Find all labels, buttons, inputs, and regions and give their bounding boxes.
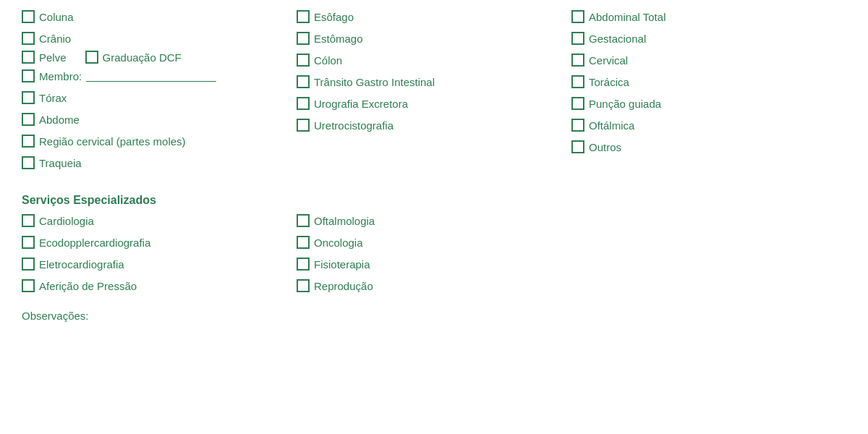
label-cervical: Cervical bbox=[589, 54, 628, 67]
list-item: Cervical bbox=[571, 51, 846, 69]
checkbox-membro[interactable] bbox=[22, 69, 35, 82]
list-item: Aferição de Pressão bbox=[22, 276, 297, 295]
label-ecocardiografia: Ecodopplercardiografia bbox=[39, 237, 150, 249]
label-cranio: Crânio bbox=[39, 33, 71, 45]
label-pelve: Pelve bbox=[39, 51, 67, 64]
list-item: Oftalmologia bbox=[297, 211, 571, 230]
checkbox-abdome[interactable] bbox=[22, 113, 35, 126]
list-item: Eletrocardiografia bbox=[22, 255, 297, 273]
list-item: Abdominal Total bbox=[571, 7, 846, 26]
list-item: Outros bbox=[571, 137, 846, 156]
services-title: Serviços Especializados bbox=[22, 194, 846, 207]
checkbox-coluna[interactable] bbox=[22, 10, 35, 23]
label-transito-gastro: Trânsito Gastro Intestinal bbox=[314, 76, 435, 88]
checkbox-uretrocisto[interactable] bbox=[297, 119, 310, 132]
checkbox-afericao-pressao[interactable] bbox=[22, 279, 35, 292]
label-cardiologia: Cardiologia bbox=[39, 215, 94, 227]
checkbox-oncologia[interactable] bbox=[297, 236, 310, 249]
list-item: Tórax bbox=[22, 88, 297, 107]
list-item: Urografia Excretora bbox=[297, 94, 571, 113]
list-item: Abdome bbox=[22, 110, 297, 129]
checkbox-torax[interactable] bbox=[22, 91, 35, 104]
label-esofago: Esôfago bbox=[314, 11, 354, 23]
col1: Coluna Crânio Pelve Graduação DCF Membro… bbox=[22, 7, 297, 172]
checkbox-fisioterapia[interactable] bbox=[297, 258, 310, 271]
pelve-row: Pelve Graduação DCF bbox=[22, 51, 297, 64]
services-col2: Oftalmologia Oncologia Fisioterapia Repr… bbox=[297, 211, 571, 295]
label-toracica: Torácica bbox=[589, 76, 629, 88]
membro-input-line bbox=[86, 70, 216, 82]
label-coluna: Coluna bbox=[39, 11, 74, 23]
list-item: Esôfago bbox=[297, 7, 571, 26]
label-oncologia: Oncologia bbox=[314, 237, 363, 249]
checkbox-cardiologia[interactable] bbox=[22, 214, 35, 227]
list-item: Punção guiada bbox=[571, 94, 846, 113]
label-urografia: Urografia Excretora bbox=[314, 98, 408, 110]
checkbox-colon[interactable] bbox=[297, 54, 310, 67]
list-item: Região cervical (partes moles) bbox=[22, 132, 297, 150]
checkbox-puncao-guiada[interactable] bbox=[571, 97, 584, 110]
label-eletrocardiografia: Eletrocardiografia bbox=[39, 258, 124, 271]
list-item: Cólon bbox=[297, 51, 571, 69]
checkbox-cranio[interactable] bbox=[22, 32, 35, 45]
checkbox-graduacao-dcf[interactable] bbox=[85, 51, 98, 64]
list-item: Fisioterapia bbox=[297, 255, 571, 273]
label-gestacional: Gestacional bbox=[589, 33, 646, 45]
services-columns: Cardiologia Ecodopplercardiografia Eletr… bbox=[22, 211, 846, 295]
checkbox-pelve[interactable] bbox=[22, 51, 35, 64]
checkbox-gestacional[interactable] bbox=[571, 32, 584, 45]
list-item: Torácica bbox=[571, 72, 846, 91]
label-colon: Cólon bbox=[314, 54, 342, 67]
col2: Esôfago Estômago Cólon Trânsito Gastro I… bbox=[297, 7, 571, 172]
checkbox-ecocardiografia[interactable] bbox=[22, 236, 35, 249]
list-item: Reprodução bbox=[297, 276, 571, 295]
checkbox-toracica[interactable] bbox=[571, 75, 584, 88]
checkbox-traqueia[interactable] bbox=[22, 156, 35, 169]
list-item: Traqueia bbox=[22, 153, 297, 172]
columns-section: Coluna Crânio Pelve Graduação DCF Membro… bbox=[22, 7, 846, 172]
checkbox-abdominal-total[interactable] bbox=[571, 10, 584, 23]
label-estomago: Estômago bbox=[314, 33, 363, 45]
label-puncao-guiada: Punção guiada bbox=[589, 98, 661, 110]
label-oftalmica: Oftálmica bbox=[589, 119, 634, 132]
label-afericao-pressao: Aferição de Pressão bbox=[39, 280, 137, 292]
list-item: Ecodopplercardiografia bbox=[22, 233, 297, 252]
observacoes-label: Observações: bbox=[22, 310, 89, 322]
list-item: Uretrocistografia bbox=[297, 116, 571, 135]
checkbox-eletrocardiografia[interactable] bbox=[22, 258, 35, 271]
checkbox-oftalmica[interactable] bbox=[571, 119, 584, 132]
label-reproducao: Reprodução bbox=[314, 280, 373, 292]
observacoes-section: Observações: bbox=[22, 310, 846, 322]
list-item: Cardiologia bbox=[22, 211, 297, 230]
label-graduacao-dcf: Graduação DCF bbox=[103, 51, 182, 64]
list-item: Estômago bbox=[297, 29, 571, 48]
checkbox-outros[interactable] bbox=[571, 140, 584, 153]
label-abdominal-total: Abdominal Total bbox=[589, 11, 665, 23]
list-item: Trânsito Gastro Intestinal bbox=[297, 72, 571, 91]
main-container: Coluna Crânio Pelve Graduação DCF Membro… bbox=[22, 7, 846, 322]
label-fisioterapia: Fisioterapia bbox=[314, 258, 370, 271]
checkbox-regiao-cervical[interactable] bbox=[22, 135, 35, 148]
checkbox-reproducao[interactable] bbox=[297, 279, 310, 292]
services-col1: Cardiologia Ecodopplercardiografia Eletr… bbox=[22, 211, 297, 295]
checkbox-estomago[interactable] bbox=[297, 32, 310, 45]
label-torax: Tórax bbox=[39, 92, 67, 104]
col3: Abdominal Total Gestacional Cervical Tor… bbox=[571, 7, 846, 172]
list-item: Gestacional bbox=[571, 29, 846, 48]
checkbox-esofago[interactable] bbox=[297, 10, 310, 23]
checkbox-urografia[interactable] bbox=[297, 97, 310, 110]
list-item: Membro: bbox=[22, 67, 297, 85]
label-uretrocisto: Uretrocistografia bbox=[314, 119, 393, 132]
checkbox-oftalmologia[interactable] bbox=[297, 214, 310, 227]
services-section: Serviços Especializados Cardiologia Ecod… bbox=[22, 194, 846, 295]
list-item: Oncologia bbox=[297, 233, 571, 252]
label-membro: Membro: bbox=[39, 70, 82, 82]
label-abdome: Abdome bbox=[39, 114, 80, 126]
checkbox-transito-gastro[interactable] bbox=[297, 75, 310, 88]
label-regiao-cervical: Região cervical (partes moles) bbox=[39, 135, 186, 148]
list-item: Coluna bbox=[22, 7, 297, 26]
services-col3 bbox=[571, 211, 846, 295]
label-oftalmologia: Oftalmologia bbox=[314, 215, 375, 227]
list-item: Oftálmica bbox=[571, 116, 846, 135]
checkbox-cervical[interactable] bbox=[571, 54, 584, 67]
